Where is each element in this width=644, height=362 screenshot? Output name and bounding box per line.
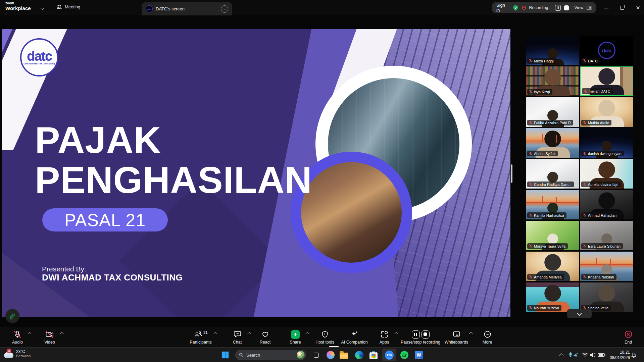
end-call-icon <box>624 330 633 339</box>
more-ellipsis-icon <box>483 330 492 339</box>
mic-muted-icon <box>583 120 587 125</box>
participant-tile[interactable]: Kamila Nurhaditsa <box>526 190 579 219</box>
participant-tile[interactable]: Aurelia davina fajri <box>580 159 633 189</box>
participant-tile-active-speaker[interactable]: meilan DATC <box>580 66 633 96</box>
zoom-app-button[interactable]: zm <box>385 351 394 359</box>
tray-mic-location[interactable] <box>568 348 578 362</box>
task-view-button[interactable] <box>312 351 320 359</box>
whiteboards-button[interactable]: Whiteboards <box>438 327 475 347</box>
tab-meeting[interactable]: Meeting <box>56 4 80 10</box>
ai-sparkle-icon <box>350 330 359 339</box>
participant-tile[interactable]: Naurah Yuzeva <box>526 282 579 312</box>
participant-tile[interactable]: Sheina Vella <box>580 282 633 312</box>
mic-muted-icon <box>583 244 587 248</box>
mic-muted-icon <box>583 151 587 156</box>
host-tools-underline <box>329 346 339 347</box>
presented-by-label: Presented By: <box>42 265 86 273</box>
participant-tile[interactable]: Mirza Haqqi <box>526 36 579 65</box>
copilot-icon <box>327 351 335 359</box>
participants-panel: Mirza Haqqi datc DATC Isya Rizqi meilan … <box>525 0 644 362</box>
copilot-button[interactable] <box>326 351 335 359</box>
sign-in-button[interactable]: Sign in <box>496 3 509 13</box>
weather-widget[interactable]: 3 23°C Berawan <box>4 349 31 359</box>
spotify-button[interactable] <box>400 351 409 359</box>
participant-tile[interactable]: Muthia Atalie <box>580 97 633 127</box>
participant-tile[interactable]: datc DATC <box>580 36 633 65</box>
participant-tile[interactable]: Ahmad Rahadian <box>580 190 633 219</box>
participant-tile[interactable]: Isya Rizqi <box>526 66 579 96</box>
pause-recording-icon[interactable] <box>412 330 420 339</box>
tab-datc-screen[interactable]: datc DATC's screen ••• <box>142 2 232 15</box>
start-button[interactable] <box>221 351 230 359</box>
mic-in-use-icon <box>568 352 573 358</box>
battery-indicator[interactable] <box>598 348 606 362</box>
participant-tile[interactable]: Fatiha Azzahra Putri R <box>526 97 579 127</box>
search-placeholder: Search <box>246 353 294 358</box>
tray-show-hidden-icons[interactable] <box>560 348 563 362</box>
participant-tile[interactable]: Candra Raditya Dam... <box>526 159 579 189</box>
edge-browser-button[interactable] <box>355 351 363 359</box>
shield-icon <box>321 330 329 339</box>
participant-tile[interactable]: Abdus Syifak <box>526 128 579 158</box>
participants-chevron-up-icon[interactable] <box>213 332 217 335</box>
wifi-icon <box>582 353 588 358</box>
slide-title: PAJAK PENGHASILAN <box>35 120 312 200</box>
stop-recording-icon[interactable] <box>422 330 430 339</box>
mic-muted-icon <box>529 90 533 94</box>
video-label: Video <box>44 340 55 345</box>
more-button[interactable]: More <box>471 327 503 347</box>
end-meeting-button[interactable]: End <box>612 327 644 347</box>
taskbar-clock[interactable]: 18.21 08/01/2026 <box>610 350 630 360</box>
audio-label: Audio <box>12 340 23 345</box>
participants-icon <box>194 330 202 339</box>
bell-dnd-icon: z <box>631 352 637 358</box>
workspace-chevron-down-icon[interactable] <box>40 6 44 10</box>
file-explorer-button[interactable] <box>340 351 348 359</box>
participant-name: Isya Rizqi <box>534 90 550 94</box>
audio-button[interactable]: Audio <box>1 327 34 347</box>
datc-favicon-icon: datc <box>146 5 153 12</box>
zoom-workplace-window: zoom Workplace Meeting datc DATC's scree… <box>0 0 644 362</box>
ai-companion-button[interactable]: AI Companion <box>336 327 373 347</box>
share-button[interactable]: Share <box>279 327 311 347</box>
weather-description: Berawan <box>16 354 31 358</box>
shared-screen-slide: datc Dwi Achmad Tax Consulting PAJAK PEN… <box>2 29 510 317</box>
participant-tile[interactable]: danish dwi ogestyan <box>580 128 633 158</box>
mic-muted-icon <box>583 213 587 217</box>
security-shield-icon[interactable] <box>513 5 518 11</box>
clock-date: 08/01/2026 <box>610 355 630 361</box>
search-highlight-image[interactable] <box>297 351 305 359</box>
chat-button[interactable]: Chat <box>221 327 253 347</box>
chevron-up-icon <box>559 353 563 358</box>
participant-tile[interactable]: Esra Laura Siburian <box>580 221 633 250</box>
notification-center-button[interactable]: z <box>631 348 637 362</box>
participant-tile[interactable]: Khasna Nabilah <box>580 252 633 281</box>
battery-icon <box>598 353 606 357</box>
search-box[interactable]: Search <box>235 350 306 360</box>
annotate-button[interactable] <box>5 309 19 323</box>
scroll-indicator[interactable] <box>511 164 512 183</box>
word-button[interactable]: W <box>414 351 423 359</box>
audio-chevron-up-icon[interactable] <box>28 332 31 335</box>
datc-tile-logo: datc <box>598 42 615 59</box>
wifi-indicator[interactable] <box>582 348 588 362</box>
participant-name: Naurah Yuzeva <box>534 306 559 310</box>
participant-tile[interactable]: Marsya Taura Syifa <box>526 221 579 250</box>
react-button[interactable]: React <box>249 327 281 347</box>
slide-title-line1: PAJAK <box>35 120 312 160</box>
host-tools-label: Host tools <box>315 340 334 345</box>
participant-tile[interactable]: Amanda Merlysa <box>526 252 579 281</box>
apps-icon <box>380 330 389 339</box>
participant-name: Candra Raditya Dam... <box>534 183 572 187</box>
tab-options-ellipsis-icon[interactable]: ••• <box>221 5 228 13</box>
participant-name: Khasna Nabilah <box>588 275 614 279</box>
participants-scroll-down-button[interactable] <box>567 309 592 318</box>
volume-indicator[interactable] <box>590 348 596 362</box>
video-chevron-up-icon[interactable] <box>60 332 63 335</box>
participants-button[interactable]: 31 Participants <box>182 327 219 347</box>
mic-muted-icon <box>529 120 533 125</box>
participants-label: Participants <box>190 340 211 345</box>
mic-muted-icon <box>529 306 533 310</box>
microsoft-store-button[interactable] <box>369 351 378 359</box>
video-button[interactable]: Video <box>34 327 66 347</box>
